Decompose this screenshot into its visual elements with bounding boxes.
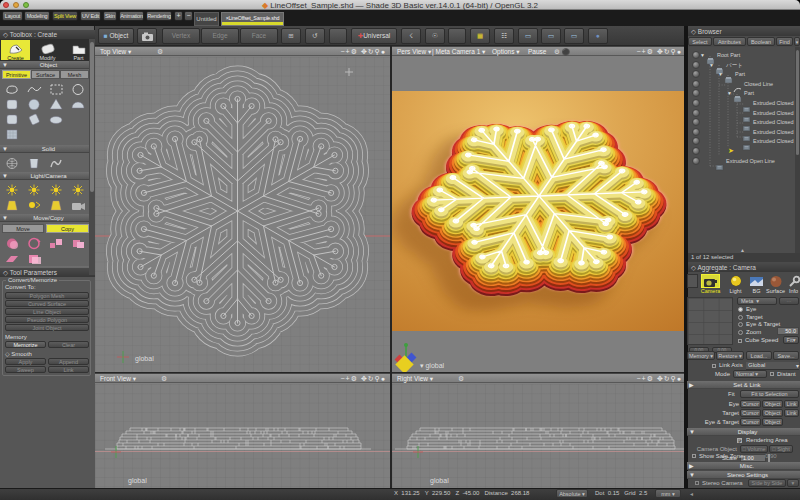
svg-text:global: global (430, 477, 449, 485)
svg-text:global: global (128, 477, 147, 485)
svg-text:global: global (135, 355, 154, 363)
